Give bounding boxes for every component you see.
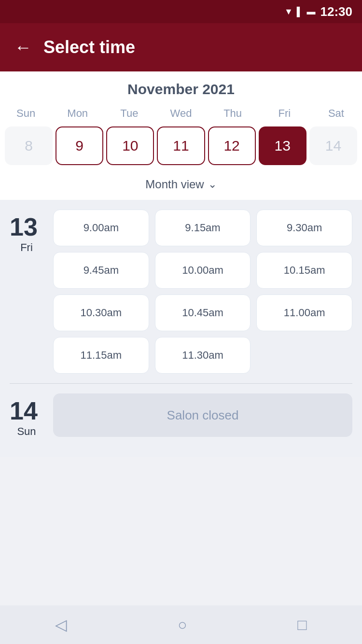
day-number-14: 14 — [10, 398, 43, 423]
day-8[interactable]: 8 — [5, 126, 53, 165]
weekdays-row: Sun Mon Tue Wed Thu Fri Sat — [0, 105, 362, 122]
time-slot-1115am[interactable]: 11.15am — [53, 337, 149, 374]
time-slots-section: 13 Fri 9.00am 9.15am 9.30am 9.45am 10.00… — [0, 200, 362, 457]
day-name-14: Sun — [10, 425, 43, 438]
battery-icon: ▬ — [307, 7, 316, 17]
salon-closed-label: Salon closed — [167, 408, 239, 423]
day-number-13: 13 — [10, 214, 43, 239]
weekday-sun: Sun — [0, 105, 52, 122]
day-section-14: 14 Sun Salon closed — [10, 393, 352, 448]
time-slot-1000am[interactable]: 10.00am — [155, 252, 251, 289]
day-13[interactable]: 13 — [259, 126, 306, 165]
weekday-sat: Sat — [310, 105, 362, 122]
calendar-section: November 2021 Sun Mon Tue Wed Thu Fri Sa… — [0, 71, 362, 200]
weekday-thu: Thu — [207, 105, 259, 122]
day-14[interactable]: 14 — [309, 126, 357, 165]
chevron-down-icon: ⌄ — [208, 178, 217, 191]
day-9[interactable]: 9 — [56, 126, 103, 165]
status-icons: ▼ ▌ ▬ — [284, 7, 316, 17]
day-section-13: 13 Fri 9.00am 9.15am 9.30am 9.45am 10.00… — [10, 210, 352, 374]
month-year-label: November 2021 — [0, 81, 362, 98]
nav-back-icon[interactable]: ◁ — [55, 616, 67, 634]
time-slot-900am[interactable]: 9.00am — [53, 210, 149, 246]
month-view-toggle[interactable]: Month view ⌄ — [0, 172, 362, 200]
time-slot-945am[interactable]: 9.45am — [53, 252, 149, 289]
nav-home-icon[interactable]: ○ — [178, 616, 187, 634]
weekday-mon: Mon — [52, 105, 103, 122]
time-slot-915am[interactable]: 9.15am — [155, 210, 251, 246]
weekday-fri: Fri — [259, 105, 310, 122]
day-10[interactable]: 10 — [106, 126, 154, 165]
status-time: 12:30 — [320, 4, 353, 19]
signal-icon: ▌ — [297, 7, 303, 17]
weekday-tue: Tue — [103, 105, 155, 122]
weekday-wed: Wed — [155, 105, 207, 122]
day-name-13: Fri — [10, 241, 43, 254]
time-grid-13: 9.00am 9.15am 9.30am 9.45am 10.00am 10.1… — [53, 210, 352, 374]
time-slot-1130am[interactable]: 11.30am — [155, 337, 251, 374]
salon-closed-box: Salon closed — [53, 393, 352, 437]
day-label-13: 13 Fri — [10, 210, 43, 374]
app-header: ← Select time — [0, 23, 362, 71]
time-slot-1100am[interactable]: 11.00am — [256, 294, 352, 331]
bottom-nav: ◁ ○ □ — [0, 605, 362, 644]
days-row: 8 9 10 11 12 13 14 — [0, 126, 362, 165]
page-title: Select time — [43, 37, 135, 57]
nav-apps-icon[interactable]: □ — [297, 616, 306, 634]
time-slot-1015am[interactable]: 10.15am — [256, 252, 352, 289]
section-divider — [10, 383, 352, 384]
wifi-icon: ▼ — [284, 7, 293, 17]
day-11[interactable]: 11 — [157, 126, 205, 165]
day-12[interactable]: 12 — [208, 126, 256, 165]
time-slot-1045am[interactable]: 10.45am — [155, 294, 251, 331]
time-slot-930am[interactable]: 9.30am — [256, 210, 352, 246]
status-bar: ▼ ▌ ▬ 12:30 — [0, 0, 362, 23]
month-view-label: Month view — [145, 178, 204, 191]
day-label-14: 14 Sun — [10, 393, 43, 438]
time-slot-1030am[interactable]: 10.30am — [53, 294, 149, 331]
back-button[interactable]: ← — [14, 37, 32, 57]
